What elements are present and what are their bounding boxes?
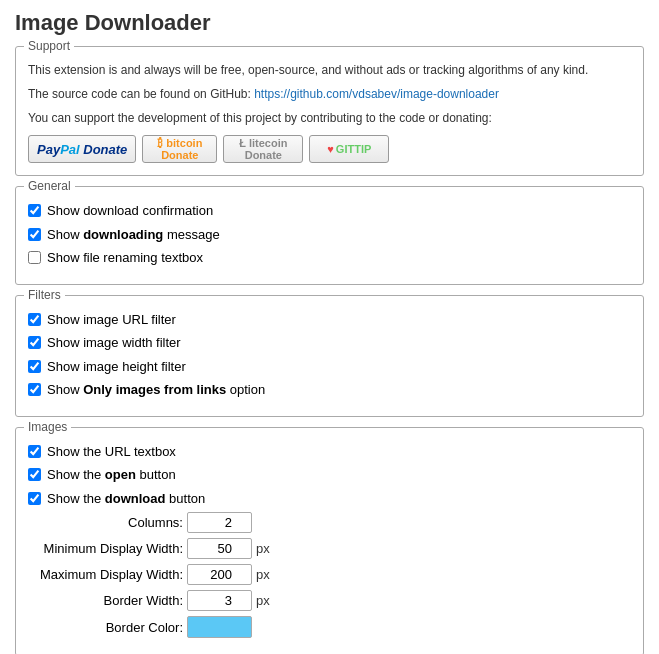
show-open-button-checkbox[interactable] xyxy=(28,468,41,481)
support-section: Support This extension is and always wil… xyxy=(15,46,644,176)
max-width-unit: px xyxy=(256,567,270,582)
border-color-swatch[interactable] xyxy=(187,616,252,638)
general-legend: General xyxy=(24,179,75,193)
min-width-unit: px xyxy=(256,541,270,556)
donate-buttons: PayPal Donate ₿ bitcoinDonate Ł litecoin… xyxy=(28,135,631,163)
support-text-3: You can support the development of this … xyxy=(28,109,631,127)
filters-section: Filters Show image URL filter Show image… xyxy=(15,295,644,417)
show-download-button-checkbox[interactable] xyxy=(28,492,41,505)
show-width-filter-checkbox[interactable] xyxy=(28,336,41,349)
border-width-row: Border Width: px xyxy=(28,590,631,611)
bitcoin-button[interactable]: ₿ bitcoinDonate xyxy=(142,135,217,163)
show-download-button-label: Show the download button xyxy=(47,489,205,509)
border-color-label: Border Color: xyxy=(28,620,183,635)
border-width-input[interactable] xyxy=(187,590,252,611)
border-width-unit: px xyxy=(256,593,270,608)
show-download-button-row: Show the download button xyxy=(28,489,631,509)
min-width-row: Minimum Display Width: px xyxy=(28,538,631,559)
show-download-confirmation-label: Show download confirmation xyxy=(47,201,213,221)
min-width-label: Minimum Display Width: xyxy=(28,541,183,556)
general-section: General Show download confirmation Show … xyxy=(15,186,644,285)
max-width-row: Maximum Display Width: px xyxy=(28,564,631,585)
show-only-links-row: Show Only images from links option xyxy=(28,380,631,400)
support-text-2: The source code can be found on GitHub: … xyxy=(28,85,631,103)
page-title: Image Downloader xyxy=(15,10,644,36)
show-downloading-message-label: Show downloading message xyxy=(47,225,220,245)
show-download-confirmation-checkbox[interactable] xyxy=(28,204,41,217)
show-url-filter-row: Show image URL filter xyxy=(28,310,631,330)
show-downloading-message-row: Show downloading message xyxy=(28,225,631,245)
show-width-filter-label: Show image width filter xyxy=(47,333,181,353)
columns-label: Columns: xyxy=(28,515,183,530)
show-url-filter-label: Show image URL filter xyxy=(47,310,176,330)
max-width-input[interactable] xyxy=(187,564,252,585)
show-url-textbox-row: Show the URL textbox xyxy=(28,442,631,462)
support-legend: Support xyxy=(24,39,74,53)
show-file-renaming-label: Show file renaming textbox xyxy=(47,248,203,268)
show-url-filter-checkbox[interactable] xyxy=(28,313,41,326)
litecoin-button[interactable]: Ł litecoinDonate xyxy=(223,135,303,163)
columns-input[interactable] xyxy=(187,512,252,533)
max-width-label: Maximum Display Width: xyxy=(28,567,183,582)
filters-legend: Filters xyxy=(24,288,65,302)
columns-row: Columns: xyxy=(28,512,631,533)
images-legend: Images xyxy=(24,420,71,434)
min-width-input[interactable] xyxy=(187,538,252,559)
border-color-row: Border Color: xyxy=(28,616,631,638)
support-text-1: This extension is and always will be fre… xyxy=(28,61,631,79)
github-link[interactable]: https://github.com/vdsabev/image-downloa… xyxy=(254,87,499,101)
show-height-filter-checkbox[interactable] xyxy=(28,360,41,373)
show-download-confirmation-row: Show download confirmation xyxy=(28,201,631,221)
paypal-button[interactable]: PayPal Donate xyxy=(28,135,136,163)
show-only-links-label: Show Only images from links option xyxy=(47,380,265,400)
show-file-renaming-row: Show file renaming textbox xyxy=(28,248,631,268)
show-url-textbox-label: Show the URL textbox xyxy=(47,442,176,462)
gittip-button[interactable]: ♥ GITTIP xyxy=(309,135,389,163)
show-height-filter-row: Show image height filter xyxy=(28,357,631,377)
show-height-filter-label: Show image height filter xyxy=(47,357,186,377)
show-only-links-checkbox[interactable] xyxy=(28,383,41,396)
show-downloading-message-checkbox[interactable] xyxy=(28,228,41,241)
show-open-button-row: Show the open button xyxy=(28,465,631,485)
images-section: Images Show the URL textbox Show the ope… xyxy=(15,427,644,655)
show-open-button-label: Show the open button xyxy=(47,465,176,485)
border-width-label: Border Width: xyxy=(28,593,183,608)
show-file-renaming-checkbox[interactable] xyxy=(28,251,41,264)
show-url-textbox-checkbox[interactable] xyxy=(28,445,41,458)
show-width-filter-row: Show image width filter xyxy=(28,333,631,353)
